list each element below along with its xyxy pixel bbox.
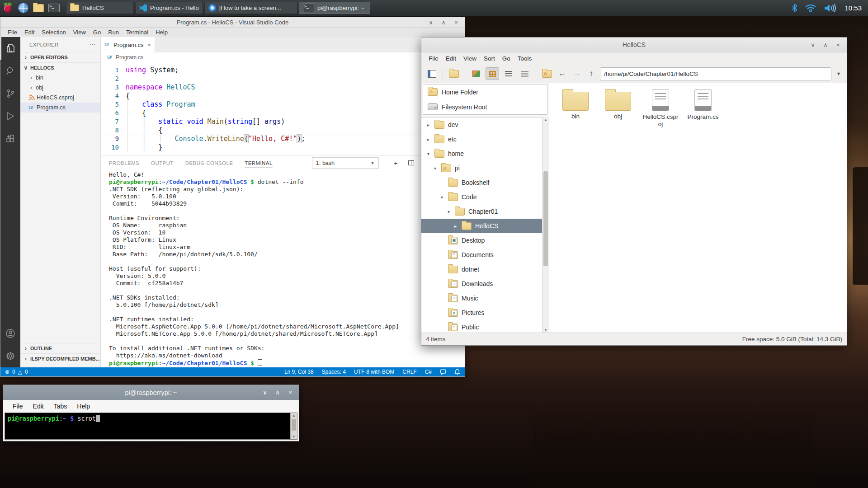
- tree-item-downloads[interactable]: ↓Downloads: [421, 277, 542, 291]
- feedback-icon[interactable]: [440, 369, 446, 375]
- clock[interactable]: 10:53: [844, 4, 862, 12]
- warning-count[interactable]: 0: [25, 369, 28, 375]
- address-dropdown-icon[interactable]: ▼: [834, 71, 843, 76]
- file-hellocs-csproj[interactable]: HelloCS.csproj: [639, 88, 682, 128]
- panel-tab-terminal[interactable]: TERMINAL: [245, 159, 272, 168]
- terminal-launcher-icon[interactable]: >_: [46, 1, 61, 15]
- tree-item-home[interactable]: ▾home: [421, 146, 542, 161]
- code-editor-content[interactable]: 1using System;2 3namespace HelloCS4{5│ c…: [101, 62, 465, 155]
- menu-selection[interactable]: Selection: [38, 29, 69, 36]
- web-browser-launcher-icon[interactable]: [15, 1, 31, 15]
- status-item[interactable]: Spaces: 4: [322, 369, 346, 375]
- file-list-view[interactable]: binobjHelloCS.csprojProgram.cs: [549, 83, 847, 333]
- shade-icon[interactable]: ∨: [810, 42, 816, 48]
- menu-terminal[interactable]: Terminal: [123, 29, 152, 36]
- shade-icon[interactable]: ∨: [262, 389, 268, 396]
- explorer-item-program.cs[interactable]: C#Program.cs: [20, 103, 100, 113]
- warnings-icon[interactable]: △: [18, 369, 22, 375]
- sidebar-section-ilspy-decompiled-memb-[interactable]: ›ILSPY DECOMPILED MEMB...: [20, 353, 100, 364]
- extensions-icon[interactable]: [0, 127, 20, 150]
- lxt-menu-tabs[interactable]: Tabs: [49, 403, 72, 410]
- more-actions-icon[interactable]: ⋯: [90, 41, 96, 48]
- file-obj[interactable]: obj: [597, 88, 639, 120]
- file-manager-titlebar[interactable]: HelloCS ∨ ∧ ×: [421, 38, 847, 52]
- status-item[interactable]: C#: [425, 369, 432, 375]
- tree-item-pi[interactable]: ▾⌂pi: [421, 161, 542, 175]
- place-filesystem-root[interactable]: Filesystem Root: [423, 99, 547, 114]
- taskbar-window-vscode[interactable]: Program.cs - HelloCS...: [135, 2, 203, 14]
- explorer-item-bin[interactable]: ›bin: [20, 73, 100, 83]
- account-icon[interactable]: [0, 322, 20, 345]
- panel-tab-problems[interactable]: PROBLEMS: [109, 159, 139, 168]
- menu-view[interactable]: View: [70, 29, 90, 36]
- compact-view-icon[interactable]: [486, 67, 499, 80]
- expander-down-icon[interactable]: ▾: [433, 166, 438, 171]
- scroll-down-icon[interactable]: ▼: [291, 435, 297, 439]
- explorer-item-obj[interactable]: ›obj: [20, 83, 100, 93]
- sidebar-section-outline[interactable]: ›OUTLINE: [20, 343, 100, 353]
- forward-icon[interactable]: →: [571, 69, 583, 78]
- address-bar[interactable]: /home/pi/Code/Chapter01/HelloCS: [600, 67, 831, 80]
- fm-menu-view[interactable]: View: [460, 55, 480, 62]
- scroll-down-icon[interactable]: ▼: [542, 328, 549, 332]
- tree-item-public[interactable]: ⁘Public: [421, 320, 542, 333]
- tree-item-chapter01[interactable]: ▾Chapter01: [421, 204, 542, 219]
- lxt-menu-help[interactable]: Help: [72, 403, 95, 410]
- expander-right-icon[interactable]: ▸: [426, 137, 431, 142]
- wifi-icon[interactable]: [805, 4, 816, 12]
- status-item[interactable]: CRLF: [402, 369, 416, 375]
- taskbar-window-chromium[interactable]: [How to take a screen...: [204, 2, 297, 14]
- tree-item-documents[interactable]: ≡Documents: [421, 248, 542, 262]
- status-item[interactable]: UTF-8 with BOM: [354, 369, 394, 375]
- lxterminal-titlebar[interactable]: pi@raspberrypi: ~ ∨ ∧ ×: [3, 385, 299, 400]
- menu-edit[interactable]: Edit: [21, 29, 38, 36]
- taskbar-window-folder[interactable]: HelloCS: [66, 2, 134, 14]
- file-program-cs[interactable]: Program.cs: [682, 88, 724, 121]
- fm-menu-sort[interactable]: Sort: [480, 55, 499, 62]
- close-icon[interactable]: ×: [287, 389, 293, 396]
- place-home-folder[interactable]: ⌂Home Folder: [423, 84, 547, 99]
- panel-tab-debug-console[interactable]: DEBUG CONSOLE: [185, 159, 233, 168]
- scroll-up-icon[interactable]: ▲: [291, 413, 297, 418]
- volume-icon[interactable]: [824, 4, 837, 13]
- list-view-icon[interactable]: [518, 67, 532, 80]
- explorer-icon[interactable]: [0, 37, 20, 60]
- new-folder-icon[interactable]: [447, 67, 461, 80]
- new-terminal-icon[interactable]: +: [394, 159, 398, 167]
- menu-run[interactable]: Run: [104, 29, 123, 36]
- scrollbar-thumb[interactable]: [292, 419, 296, 431]
- expander-right-icon[interactable]: ▸: [426, 122, 431, 127]
- detailed-list-view-icon[interactable]: [502, 67, 515, 80]
- close-icon[interactable]: ×: [453, 19, 459, 26]
- notifications-bell-icon[interactable]: [454, 369, 460, 375]
- menu-file[interactable]: File: [4, 29, 21, 36]
- fm-menu-file[interactable]: File: [425, 55, 442, 62]
- search-icon[interactable]: [0, 60, 20, 82]
- fm-menu-edit[interactable]: Edit: [442, 55, 460, 62]
- workspace-section[interactable]: ∨ HELLOCS: [20, 62, 100, 73]
- tree-item-music[interactable]: ♪Music: [421, 291, 542, 305]
- open-editors-section[interactable]: › OPEN EDITORS: [20, 52, 100, 62]
- fm-menu-go[interactable]: Go: [499, 55, 514, 62]
- expander-down-icon[interactable]: ▾: [426, 151, 431, 156]
- maximize-icon[interactable]: ∧: [440, 19, 447, 26]
- icon-view-icon[interactable]: [469, 67, 483, 80]
- panel-tab-output[interactable]: OUTPUT: [151, 159, 174, 168]
- expander-down-icon[interactable]: ▾: [439, 195, 444, 200]
- tree-item-desktop[interactable]: ▣Desktop: [421, 233, 542, 248]
- scroll-up-icon[interactable]: ▲: [542, 118, 549, 122]
- tree-item-etc[interactable]: ▸etc: [421, 132, 542, 146]
- split-terminal-icon[interactable]: [408, 160, 414, 165]
- tree-item-dotnet[interactable]: dotnet: [421, 262, 542, 277]
- terminal-scrollbar[interactable]: ▲ ▼: [290, 413, 297, 439]
- maximize-icon[interactable]: ∧: [274, 389, 281, 396]
- menu-help[interactable]: Help: [152, 29, 171, 36]
- breadcrumb[interactable]: C# Program.cs: [101, 52, 465, 62]
- tree-item-code[interactable]: ▾Code: [421, 190, 542, 204]
- expander-right-icon[interactable]: ▸: [453, 224, 458, 229]
- terminal-selector-dropdown[interactable]: 1: bash ▼: [312, 157, 379, 169]
- home-icon[interactable]: ⌂: [540, 67, 554, 80]
- explorer-item-hellocs.csproj[interactable]: HelloCS.csproj: [20, 93, 100, 103]
- lxt-menu-edit[interactable]: Edit: [28, 403, 49, 410]
- vscode-titlebar[interactable]: Program.cs - HelloCS - Visual Studio Cod…: [0, 17, 465, 28]
